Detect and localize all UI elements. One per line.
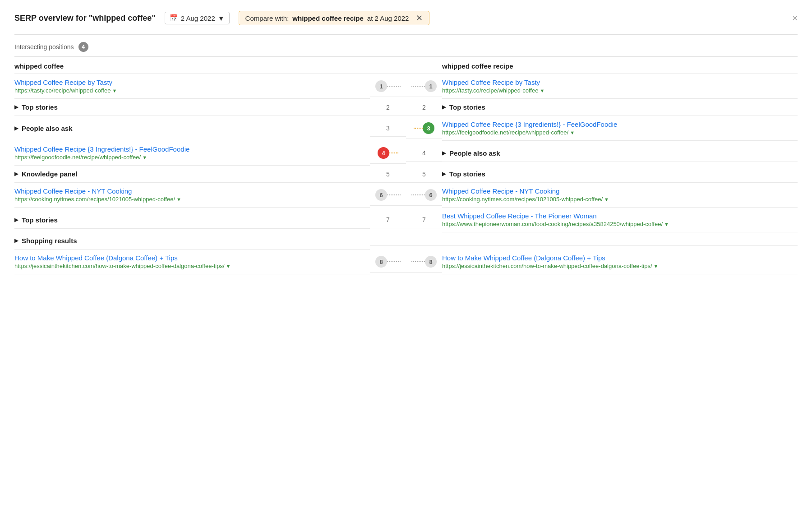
right-position-bubble: 1 [425,80,437,92]
orange-connector [389,153,398,153]
url-dropdown-icon[interactable]: ▼ [176,197,181,202]
left-cell-6: Whipped Coffee Recipe - NYT Cooking http… [14,183,370,208]
feature-row: ▶ People also ask [14,125,370,132]
triangle-right-icon: ▶ [14,217,18,223]
connector-line [387,261,401,262]
result-title[interactable]: Whipped Coffee Recipe by Tasty [14,79,370,86]
pos-connector-1: 1 [375,80,401,92]
result-title[interactable]: Whipped Coffee Recipe - NYT Cooking [442,187,798,195]
right-cell-6: Whipped Coffee Recipe - NYT Cooking http… [442,183,798,208]
left-pos-2: 2 [370,99,406,116]
left-pos-3: 3 [370,120,406,137]
chevron-down-icon: ▼ [218,14,225,22]
result-title[interactable]: Whipped Coffee Recipe {3 Ingredients!} -… [442,120,798,128]
intersecting-positions-section: Intersecting positions 4 [14,35,798,57]
left-cell-1: Whipped Coffee Recipe by Tasty https://t… [14,74,370,99]
feature-row: ▶ Top stories [14,103,370,111]
right-position-plain: 7 [422,216,426,223]
columns-header: whipped coffee whipped coffee recipe [14,57,798,74]
feature-row: ▶ People also ask [442,149,798,157]
result-cell: Whipped Coffee Recipe {3 Ingredients!} -… [14,145,370,161]
result-title[interactable]: Whipped Coffee Recipe {3 Ingredients!} -… [14,145,370,153]
left-position-bubble: 6 [375,189,387,201]
feature-row: ▶ Top stories [442,170,798,178]
left-position-bubble: 1 [375,80,387,92]
pos-connector-1-right: 1 [411,80,437,92]
triangle-right-icon: ▶ [442,104,446,110]
connector-line-right [411,261,425,262]
left-pos-9: 8 [370,251,406,273]
page-title: SERP overview for "whipped coffee" [14,14,156,23]
compare-date: at 2 Aug 2022 [367,14,409,22]
compare-query: whipped coffee recipe [292,14,364,22]
url-dropdown-icon[interactable]: ▼ [570,130,575,135]
result-cell: Whipped Coffee Recipe - NYT Cooking http… [14,187,370,203]
left-pos-1: 1 [370,76,406,97]
pos-connector-6-right: 6 [411,189,437,201]
right-cell-8-shopping [442,236,798,246]
result-title[interactable]: How to Make Whipped Coffee (Dalgona Coff… [14,254,370,262]
left-position-bubble: 8 [375,256,387,268]
triangle-right-icon: ▶ [442,150,446,156]
result-cell: Whipped Coffee Recipe by Tasty https://t… [14,79,370,94]
left-position-plain: 2 [386,104,390,111]
feature-label: Top stories [22,103,58,111]
left-position-plain: 7 [386,216,390,223]
orange-connector [414,128,423,129]
feature-row: ▶ Top stories [14,216,370,224]
date-selector[interactable]: 📅 2 Aug 2022 ▼ [165,12,230,24]
feature-label: Knowledge panel [22,170,77,178]
left-position-plain: 3 [386,125,390,132]
url-dropdown-icon[interactable]: ▼ [540,88,544,93]
date-label: 2 Aug 2022 [181,14,215,22]
pos-connector-3: 3 [414,122,434,134]
right-pos-4: 4 [406,145,442,162]
triangle-right-icon: ▶ [14,104,18,110]
serp-overview-panel: SERP overview for "whipped coffee" 📅 2 A… [14,11,798,274]
right-cell-3: Whipped Coffee Recipe {3 Ingredients!} -… [442,116,798,141]
result-title[interactable]: Best Whipped Coffee Recipe - The Pioneer… [442,212,798,220]
panel-close-button[interactable]: × [792,13,798,23]
left-pos-5: 5 [370,166,406,183]
right-cell-4: ▶ People also ask [442,145,798,162]
result-url: https://jessicainthekitchen.com/how-to-m… [442,263,798,269]
result-cell: Best Whipped Coffee Recipe - The Pioneer… [442,212,798,227]
right-position-bubble: 8 [425,256,437,268]
url-dropdown-icon[interactable]: ▼ [654,264,659,269]
result-url: https://tasty.co/recipe/whipped-coffee ▼ [14,87,370,94]
compare-banner: Compare with: whipped coffee recipe at 2… [239,11,430,25]
feature-label: People also ask [22,125,73,132]
left-cell-3: ▶ People also ask [14,120,370,137]
right-position-bubble: 6 [425,189,437,201]
pos-connector-9: 8 [375,256,401,268]
url-dropdown-icon[interactable]: ▼ [142,155,147,160]
calendar-icon: 📅 [170,14,178,22]
left-cell-7: ▶ Top stories [14,212,370,229]
connector-line [387,86,401,87]
url-dropdown-icon[interactable]: ▼ [226,264,231,269]
right-cell-1: Whipped Coffee Recipe by Tasty https://t… [442,74,798,99]
connector-line-right [411,86,425,87]
right-column-header: whipped coffee recipe [442,62,798,70]
result-url: https://feelgoodfoodie.net/recipe/whippe… [442,129,798,136]
compare-close-button[interactable]: ✕ [416,14,423,22]
intersecting-label: Intersecting positions [14,43,74,51]
url-dropdown-icon[interactable]: ▼ [664,222,669,227]
right-cell-5: ▶ Top stories [442,166,798,183]
result-title[interactable]: Whipped Coffee Recipe - NYT Cooking [14,187,370,195]
result-url: https://cooking.nytimes.com/recipes/1021… [442,196,798,203]
right-position-bubble-green: 3 [423,122,434,134]
url-dropdown-icon[interactable]: ▼ [604,197,609,202]
url-dropdown-icon[interactable]: ▼ [112,88,117,93]
left-position-bubble-red: 4 [378,147,389,159]
left-cell-5: ▶ Knowledge panel [14,166,370,183]
feature-label: Top stories [22,216,58,224]
feature-label: Shopping results [22,237,77,245]
header: SERP overview for "whipped coffee" 📅 2 A… [14,11,798,35]
right-pos-5: 5 [406,166,442,183]
result-cell: Whipped Coffee Recipe by Tasty https://t… [442,79,798,94]
result-url: https://www.thepioneerwoman.com/food-coo… [442,221,798,227]
result-title[interactable]: How to Make Whipped Coffee (Dalgona Coff… [442,254,798,262]
result-title[interactable]: Whipped Coffee Recipe by Tasty [442,79,798,86]
triangle-right-icon: ▶ [14,238,18,244]
